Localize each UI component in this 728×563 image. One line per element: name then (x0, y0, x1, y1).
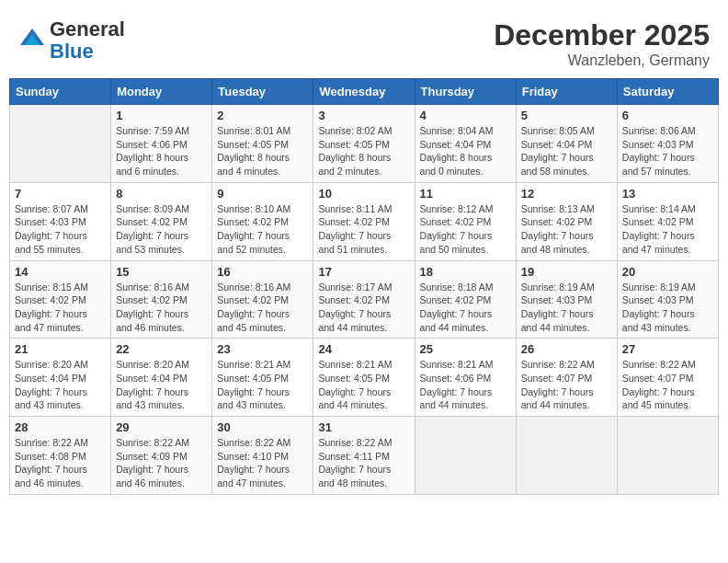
day-info: Sunrise: 8:19 AMSunset: 4:03 PMDaylight:… (521, 281, 612, 335)
table-row: 7Sunrise: 8:07 AMSunset: 4:03 PMDaylight… (10, 182, 111, 260)
day-info: Sunrise: 8:22 AMSunset: 4:08 PMDaylight:… (15, 436, 106, 490)
day-info: Sunrise: 8:22 AMSunset: 4:07 PMDaylight:… (521, 358, 612, 412)
page-header: General Blue December 2025 Wanzleben, Ge… (9, 9, 719, 74)
day-info: Sunrise: 8:02 AMSunset: 4:05 PMDaylight:… (318, 124, 409, 178)
day-number: 5 (521, 109, 612, 122)
table-row: 21Sunrise: 8:20 AMSunset: 4:04 PMDayligh… (10, 339, 111, 417)
day-info: Sunrise: 8:22 AMSunset: 4:07 PMDaylight:… (622, 358, 713, 412)
table-row (617, 417, 718, 495)
col-tuesday: Tuesday (212, 79, 313, 105)
table-row: 26Sunrise: 8:22 AMSunset: 4:07 PMDayligh… (516, 339, 617, 417)
day-info: Sunrise: 8:19 AMSunset: 4:03 PMDaylight:… (622, 281, 713, 335)
calendar-week-row: 28Sunrise: 8:22 AMSunset: 4:08 PMDayligh… (10, 417, 719, 495)
day-number: 21 (15, 342, 106, 356)
day-number: 22 (116, 342, 207, 356)
day-info: Sunrise: 8:16 AMSunset: 4:02 PMDaylight:… (116, 281, 207, 335)
table-row: 13Sunrise: 8:14 AMSunset: 4:02 PMDayligh… (617, 182, 718, 260)
day-info: Sunrise: 8:21 AMSunset: 4:06 PMDaylight:… (420, 358, 511, 412)
col-wednesday: Wednesday (313, 79, 415, 105)
day-info: Sunrise: 8:09 AMSunset: 4:02 PMDaylight:… (116, 202, 207, 257)
table-row: 22Sunrise: 8:20 AMSunset: 4:04 PMDayligh… (111, 339, 212, 417)
day-info: Sunrise: 8:20 AMSunset: 4:04 PMDaylight:… (116, 358, 207, 412)
calendar-week-row: 14Sunrise: 8:15 AMSunset: 4:02 PMDayligh… (10, 260, 719, 339)
col-monday: Monday (111, 79, 212, 105)
day-info: Sunrise: 8:05 AMSunset: 4:04 PMDaylight:… (521, 124, 612, 178)
col-sunday: Sunday (10, 79, 111, 105)
day-number: 2 (217, 109, 308, 122)
month-title: December 2025 (494, 18, 710, 52)
calendar-week-row: 21Sunrise: 8:20 AMSunset: 4:04 PMDayligh… (10, 339, 719, 417)
day-number: 15 (116, 265, 207, 279)
day-number: 7 (15, 187, 106, 201)
table-row: 27Sunrise: 8:22 AMSunset: 4:07 PMDayligh… (617, 339, 718, 417)
title-block: December 2025 Wanzleben, Germany (494, 18, 710, 69)
day-number: 31 (318, 420, 409, 434)
day-info: Sunrise: 8:14 AMSunset: 4:02 PMDaylight:… (622, 202, 713, 257)
logo-text: General Blue (50, 18, 125, 63)
table-row: 30Sunrise: 8:22 AMSunset: 4:10 PMDayligh… (212, 417, 313, 495)
calendar-header-row: Sunday Monday Tuesday Wednesday Thursday… (10, 79, 719, 105)
table-row: 15Sunrise: 8:16 AMSunset: 4:02 PMDayligh… (111, 260, 212, 339)
table-row: 20Sunrise: 8:19 AMSunset: 4:03 PMDayligh… (617, 260, 718, 339)
location-title: Wanzleben, Germany (494, 52, 710, 69)
table-row: 9Sunrise: 8:10 AMSunset: 4:02 PMDaylight… (212, 182, 313, 260)
table-row: 28Sunrise: 8:22 AMSunset: 4:08 PMDayligh… (10, 417, 111, 495)
logo-blue: Blue (50, 40, 94, 63)
logo-general: General (50, 17, 125, 40)
day-number: 24 (318, 342, 409, 356)
day-info: Sunrise: 8:12 AMSunset: 4:02 PMDaylight:… (420, 202, 511, 257)
day-info: Sunrise: 8:15 AMSunset: 4:02 PMDaylight:… (15, 281, 106, 335)
day-info: Sunrise: 8:21 AMSunset: 4:05 PMDaylight:… (318, 358, 409, 412)
day-number: 11 (420, 187, 511, 201)
day-info: Sunrise: 8:04 AMSunset: 4:04 PMDaylight:… (420, 124, 511, 178)
day-number: 27 (622, 342, 713, 356)
day-info: Sunrise: 8:01 AMSunset: 4:05 PMDaylight:… (217, 124, 308, 178)
table-row: 29Sunrise: 8:22 AMSunset: 4:09 PMDayligh… (111, 417, 212, 495)
day-number: 6 (622, 109, 713, 122)
calendar-week-row: 1Sunrise: 7:59 AMSunset: 4:06 PMDaylight… (10, 105, 719, 183)
table-row (516, 417, 617, 495)
day-number: 16 (217, 265, 308, 279)
calendar-table: Sunday Monday Tuesday Wednesday Thursday… (9, 78, 719, 495)
day-number: 10 (318, 187, 409, 201)
day-number: 25 (420, 342, 511, 356)
day-info: Sunrise: 8:13 AMSunset: 4:02 PMDaylight:… (521, 202, 612, 257)
day-info: Sunrise: 8:21 AMSunset: 4:05 PMDaylight:… (217, 358, 308, 412)
day-info: Sunrise: 8:17 AMSunset: 4:02 PMDaylight:… (318, 281, 409, 335)
table-row: 2Sunrise: 8:01 AMSunset: 4:05 PMDaylight… (212, 105, 313, 183)
day-number: 13 (622, 187, 713, 201)
logo-icon (18, 27, 46, 54)
col-saturday: Saturday (617, 79, 718, 105)
table-row: 31Sunrise: 8:22 AMSunset: 4:11 PMDayligh… (313, 417, 415, 495)
day-number: 29 (116, 420, 207, 434)
day-number: 8 (116, 187, 207, 201)
table-row: 18Sunrise: 8:18 AMSunset: 4:02 PMDayligh… (415, 260, 516, 339)
table-row: 19Sunrise: 8:19 AMSunset: 4:03 PMDayligh… (516, 260, 617, 339)
table-row: 6Sunrise: 8:06 AMSunset: 4:03 PMDaylight… (617, 105, 718, 183)
day-info: Sunrise: 8:10 AMSunset: 4:02 PMDaylight:… (217, 202, 308, 257)
day-number: 4 (420, 109, 511, 122)
day-info: Sunrise: 8:20 AMSunset: 4:04 PMDaylight:… (15, 358, 106, 412)
day-number: 30 (217, 420, 308, 434)
day-info: Sunrise: 8:06 AMSunset: 4:03 PMDaylight:… (622, 124, 713, 178)
table-row (415, 417, 516, 495)
day-number: 23 (217, 342, 308, 356)
day-number: 28 (15, 420, 106, 434)
table-row: 10Sunrise: 8:11 AMSunset: 4:02 PMDayligh… (313, 182, 415, 260)
day-number: 19 (521, 265, 612, 279)
day-number: 3 (318, 109, 409, 122)
day-info: Sunrise: 8:07 AMSunset: 4:03 PMDaylight:… (15, 202, 106, 257)
table-row: 12Sunrise: 8:13 AMSunset: 4:02 PMDayligh… (516, 182, 617, 260)
day-info: Sunrise: 8:11 AMSunset: 4:02 PMDaylight:… (318, 202, 409, 257)
table-row: 16Sunrise: 8:16 AMSunset: 4:02 PMDayligh… (212, 260, 313, 339)
table-row: 5Sunrise: 8:05 AMSunset: 4:04 PMDaylight… (516, 105, 617, 183)
day-info: Sunrise: 8:22 AMSunset: 4:10 PMDaylight:… (217, 436, 308, 490)
day-info: Sunrise: 8:16 AMSunset: 4:02 PMDaylight:… (217, 281, 308, 335)
day-number: 20 (622, 265, 713, 279)
day-number: 9 (217, 187, 308, 201)
col-friday: Friday (516, 79, 617, 105)
table-row (10, 105, 111, 183)
day-info: Sunrise: 8:22 AMSunset: 4:11 PMDaylight:… (318, 436, 409, 490)
table-row: 23Sunrise: 8:21 AMSunset: 4:05 PMDayligh… (212, 339, 313, 417)
table-row: 14Sunrise: 8:15 AMSunset: 4:02 PMDayligh… (10, 260, 111, 339)
